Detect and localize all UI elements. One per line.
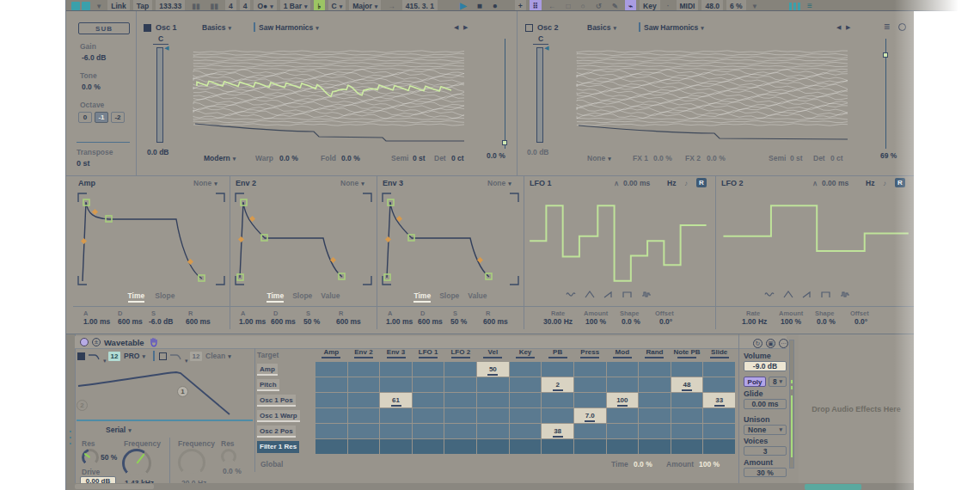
osc2-detune-value[interactable]: 0 ct — [830, 154, 843, 162]
matrix-cell[interactable] — [671, 439, 703, 454]
env3-tab-slope[interactable]: Slope — [439, 291, 459, 303]
matrix-cell[interactable] — [348, 362, 380, 377]
matrix-cell[interactable] — [380, 377, 412, 392]
matrix-cell[interactable]: 7.0 — [574, 408, 606, 423]
env3-envelope-display[interactable] — [379, 190, 522, 288]
arrangement-position[interactable]: 415. 3. 1 — [402, 0, 438, 11]
matrix-cell[interactable] — [348, 408, 380, 423]
osc2-wavetable-select[interactable]: Saw Harmonics — [644, 23, 704, 32]
matrix-cell[interactable] — [348, 393, 380, 407]
osc1-category-select[interactable]: Basics — [202, 23, 231, 32]
matrix-cell[interactable] — [444, 408, 476, 423]
osc1-gain-slider[interactable] — [156, 47, 163, 143]
matrix-cell[interactable] — [315, 408, 347, 423]
matrix-col-header[interactable]: Env 3 — [380, 348, 412, 361]
output-meter-icon[interactable] — [789, 3, 800, 10]
matrix-cell[interactable] — [380, 424, 412, 438]
matrix-cell[interactable] — [413, 408, 444, 423]
filter2-res-knob[interactable] — [221, 449, 236, 464]
osc2-semi-value[interactable]: 0 st — [790, 154, 803, 162]
osc1-wavetable-select[interactable]: Saw Harmonics — [259, 23, 319, 32]
osc2-position-handle[interactable] — [883, 52, 888, 58]
matrix-col-header[interactable]: LFO 1 — [413, 348, 444, 361]
matrix-cell[interactable] — [348, 424, 380, 438]
matrix-cell[interactable] — [510, 362, 542, 377]
matrix-cell[interactable]: 48 — [671, 377, 703, 392]
matrix-col-header[interactable]: Slide — [703, 348, 735, 361]
matrix-cell[interactable] — [477, 408, 509, 423]
matrix-row-label[interactable]: Pitch — [257, 379, 279, 391]
matrix-row-label[interactable]: Amp — [257, 364, 278, 376]
matrix-cell[interactable] — [510, 439, 542, 454]
sub-button[interactable]: SUB — [78, 22, 130, 34]
env2-sustain-value[interactable]: 50 % — [303, 317, 320, 326]
matrix-cell[interactable] — [703, 362, 735, 377]
matrix-col-header[interactable]: Note PB — [671, 348, 703, 361]
midi-map-mode[interactable]: MIDI — [677, 0, 699, 11]
loop-toggle[interactable]: ↺ — [592, 0, 605, 11]
filter1-res-value[interactable]: 50 % — [101, 453, 117, 462]
osc2-enable-checkbox[interactable] — [525, 24, 533, 32]
osc2-fx1-value[interactable]: 0.0 % — [653, 154, 672, 162]
filter1-shape-dropdown[interactable] — [101, 351, 107, 366]
time-sig-numerator[interactable]: 4 — [225, 0, 236, 11]
filter2-freq-knob[interactable] — [178, 449, 205, 476]
osc1-effect-mode-select[interactable]: Modern — [204, 154, 236, 162]
lfo1-offset-value[interactable]: 0.0° — [659, 317, 672, 326]
osc2-prev-table-button[interactable]: ◀ — [836, 24, 841, 31]
matrix-cell[interactable] — [703, 424, 735, 438]
voices-field[interactable]: 3 — [744, 446, 787, 456]
session-record[interactable]: ○ — [578, 0, 589, 11]
matrix-cell[interactable] — [607, 439, 639, 454]
osc2-category-select[interactable]: Basics — [587, 23, 616, 32]
env2-attack-value[interactable]: 1.00 ms — [239, 317, 266, 326]
octave-minus1-button[interactable]: -1 — [95, 112, 108, 123]
matrix-cell[interactable] — [542, 362, 573, 377]
tempo-field[interactable]: 133.33 — [156, 0, 185, 11]
env3-release-value[interactable]: 600 ms — [483, 317, 508, 326]
matrix-cell[interactable] — [413, 393, 444, 407]
poly-voices-select[interactable]: 8 — [769, 377, 787, 387]
matrix-cell[interactable] — [413, 362, 444, 377]
osc2-position-value[interactable]: 69 % — [880, 151, 897, 160]
launch-quantize[interactable]: 1 Bar — [280, 0, 311, 11]
matrix-cell[interactable] — [671, 362, 703, 377]
amp-mod-select[interactable]: None — [193, 179, 217, 187]
tap-tempo[interactable]: Tap — [133, 0, 152, 11]
env3-attack-value[interactable]: 1.00 ms — [386, 317, 413, 326]
env2-tab-value[interactable]: Value — [321, 291, 340, 303]
quantize-menu[interactable]: O● — [254, 0, 276, 11]
osc1-position-handle[interactable] — [502, 140, 507, 145]
osc1-pitch-label[interactable]: C — [153, 34, 168, 45]
matrix-cell[interactable] — [413, 424, 444, 438]
filter1-slope-chip[interactable]: 12 — [108, 352, 120, 361]
osc2-wavetable-display[interactable] — [577, 48, 849, 144]
env3-sustain-value[interactable]: 50 % — [450, 317, 467, 326]
filter-routing-select[interactable]: Serial — [106, 426, 132, 434]
matrix-cell[interactable] — [477, 439, 509, 454]
square-shape-icon[interactable] — [821, 291, 831, 298]
osc2-gain-slider[interactable] — [536, 47, 543, 143]
matrix-cell[interactable] — [671, 393, 703, 407]
matrix-cell[interactable]: 100 — [607, 393, 639, 407]
hotswap-circle-icon[interactable] — [898, 23, 906, 31]
save-preset-icon[interactable]: ± — [92, 338, 101, 346]
matrix-cell[interactable]: 2 — [542, 377, 573, 392]
osc2-pitch-label[interactable]: C — [533, 34, 548, 45]
octave-0-button[interactable]: 0 — [78, 112, 92, 123]
matrix-cell[interactable] — [315, 362, 347, 377]
env2-mod-select[interactable]: None — [340, 179, 364, 187]
matrix-col-header[interactable]: Mod — [607, 348, 639, 361]
matrix-cell[interactable] — [510, 393, 542, 407]
matrix-cell[interactable] — [574, 377, 606, 392]
filter2-res-value[interactable]: 0.0 % — [223, 467, 242, 475]
matrix-cell[interactable] — [380, 439, 412, 454]
env3-mod-select[interactable]: None — [487, 179, 511, 187]
filter2-handle-circle[interactable]: 2 — [77, 400, 88, 411]
osc1-gain-slider-handle[interactable]: ◀ — [164, 45, 168, 52]
matrix-col-header[interactable]: Key — [510, 348, 542, 361]
link-toggle[interactable]: Link — [107, 0, 129, 11]
lfo1-shape-value[interactable]: 0.0 % — [622, 317, 640, 326]
square-shape-icon[interactable] — [622, 291, 633, 298]
osc1-semi-value[interactable]: 0 st — [413, 154, 426, 162]
